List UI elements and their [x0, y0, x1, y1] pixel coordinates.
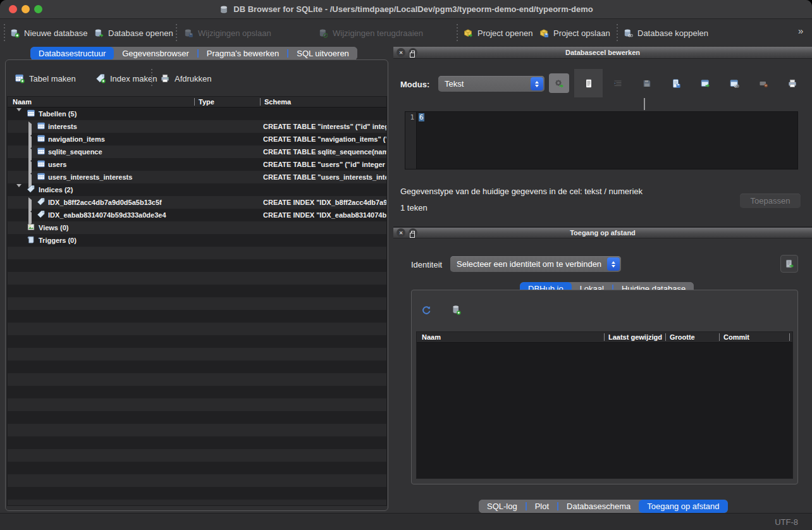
apply-button[interactable]: Toepassen: [740, 194, 801, 208]
column-divider: [260, 98, 261, 106]
tree-row-interests[interactable]: interests CREATE TABLE "interests" ("id"…: [8, 120, 386, 133]
column-divider[interactable]: [719, 333, 720, 341]
toolbar-separator: [617, 24, 618, 42]
import-identity-button[interactable]: [780, 255, 798, 273]
close-dock-icon[interactable]: ✕: [397, 48, 405, 57]
tree-row-users-interests-interests[interactable]: users_interests_interests CREATE TABLE "…: [8, 171, 386, 183]
tree-row-idx-eabab[interactable]: IDX_eabab8314074b59d333a0de3e4 CREATE IN…: [8, 209, 386, 221]
select-stepper-icon: [607, 257, 620, 271]
tab-database-structure[interactable]: Databasestructuur: [30, 47, 114, 60]
new-database-icon: [9, 28, 20, 38]
new-database-button[interactable]: Nieuwe database: [9, 24, 87, 42]
column-header-size[interactable]: Grootte: [670, 333, 695, 341]
tree-item-name: interests: [48, 123, 77, 130]
revert-changes-icon: [318, 28, 328, 38]
revert-changes-button[interactable]: Wijzigingen terugdraaien: [318, 24, 423, 42]
identity-select-value: Selecteer een identiteit om te verbinden: [450, 259, 607, 269]
tree-row-indices[interactable]: Indices (2): [8, 183, 386, 196]
table-icon: [37, 134, 46, 143]
cell-value-editor[interactable]: 1 6: [405, 111, 798, 169]
schema-tree-rows: Tabellen (5) interests CREATE TABLE "int…: [8, 108, 386, 506]
tab-remote[interactable]: Toegang op afstand: [639, 500, 727, 513]
main-tabbar: Databasestructuur Gegevensbrowser Pragma…: [30, 47, 357, 60]
open-external-button[interactable]: [691, 69, 719, 97]
tree-row-idx-b8ff[interactable]: IDX_b8ff2acc4db7a9d0d5a5b13c5f CREATE IN…: [8, 196, 386, 209]
close-window-button[interactable]: [9, 5, 17, 13]
refresh-button[interactable]: [421, 304, 432, 316]
clone-database-button[interactable]: [450, 304, 462, 316]
tab-sql-log[interactable]: SQL-log: [479, 500, 526, 513]
print-label: Afdrukken: [175, 74, 212, 83]
views-icon: [27, 223, 35, 231]
tab-plot[interactable]: Plot: [527, 500, 557, 513]
export-document-icon: [671, 78, 681, 89]
close-dock-icon[interactable]: ✕: [397, 228, 405, 237]
identity-select[interactable]: Selecteer een identiteit om te verbinden: [450, 256, 621, 272]
tab-database-schema[interactable]: Databaseschema: [558, 500, 639, 513]
cell-type-info: Gegevenstype van de huidige gegevens in …: [400, 187, 643, 196]
tree-row-users[interactable]: users CREATE TABLE "users" ("id" integer…: [8, 158, 386, 171]
create-table-button[interactable]: Tabel maken: [15, 70, 76, 87]
tree-item-schema: CREATE TABLE sqlite_sequence(name,se: [263, 145, 387, 158]
save-changes-label: Wijzigingen opslaan: [198, 28, 271, 38]
export-data-button[interactable]: [661, 69, 690, 97]
auto-apply-button[interactable]: [549, 73, 569, 93]
remote-db-table: Naam Laatst gewijzigd Grootte Commit: [416, 331, 793, 479]
open-project-icon: [463, 28, 473, 38]
tab-edit-pragmas[interactable]: Pragma's bewerken: [199, 47, 287, 60]
minimize-window-button[interactable]: [22, 5, 30, 13]
tab-browse-data[interactable]: Gegevensbrowser: [114, 47, 197, 60]
copy-link-button[interactable]: [720, 69, 748, 97]
encoding-indicator[interactable]: UTF-8: [775, 517, 798, 527]
column-header-commit[interactable]: Commit: [723, 333, 749, 341]
toolbar-overflow-button[interactable]: »: [798, 25, 802, 36]
cell-size-info: 1 teken: [400, 203, 428, 213]
open-database-button[interactable]: Database openen: [94, 24, 173, 42]
window-link-icon: [729, 78, 739, 89]
tree-item-name: sqlite_sequence: [48, 148, 102, 156]
set-null-button[interactable]: [749, 69, 777, 97]
float-dock-icon[interactable]: [409, 228, 417, 237]
remote-table-header: Naam Laatst gewijzigd Grootte Commit: [417, 332, 792, 343]
clone-database-icon: [450, 304, 462, 316]
tree-row-views[interactable]: Views (0): [8, 221, 386, 234]
column-header-name[interactable]: Naam: [422, 333, 441, 341]
column-divider[interactable]: [604, 333, 605, 341]
table-icon: [37, 159, 46, 168]
save-project-button[interactable]: Project opslaan: [539, 24, 610, 42]
print-button[interactable]: Afdrukken: [160, 70, 212, 87]
tree-row-navigation-items[interactable]: navigation_items CREATE TABLE "navigatio…: [8, 133, 386, 145]
tree-row-sqlite-sequence[interactable]: sqlite_sequence CREATE TABLE sqlite_sequ…: [8, 145, 386, 158]
column-header-type[interactable]: Type: [199, 98, 214, 106]
save-changes-button[interactable]: Wijzigingen opslaan: [183, 24, 271, 42]
open-project-button[interactable]: Project openen: [463, 24, 532, 42]
tree-row-tables[interactable]: Tabellen (5): [8, 108, 386, 120]
create-table-icon: [15, 73, 25, 83]
mode-select[interactable]: Tekst: [438, 76, 544, 92]
print-cell-button[interactable]: [778, 69, 806, 97]
tab-execute-sql[interactable]: SQL uitvoeren: [288, 47, 357, 60]
open-database-icon: [94, 28, 104, 38]
float-dock-icon[interactable]: [409, 48, 417, 57]
save-changes-icon: [183, 28, 194, 38]
import-identity-icon: [784, 259, 794, 269]
tree-row-triggers[interactable]: Triggers (0): [8, 234, 386, 247]
printer-icon: [787, 78, 797, 89]
zoom-window-button[interactable]: [34, 5, 42, 13]
column-header-modified[interactable]: Laatst gewijzigd: [608, 333, 664, 341]
word-wrap-button[interactable]: [603, 69, 632, 97]
column-header-schema[interactable]: Schema: [264, 98, 291, 106]
create-index-label: Index maken: [110, 74, 157, 83]
column-divider[interactable]: [789, 333, 790, 341]
import-data-button[interactable]: [632, 69, 661, 97]
text-view-button[interactable]: [574, 69, 603, 97]
create-index-button[interactable]: Index maken: [95, 70, 157, 87]
toolbar-drag-handle: [4, 24, 5, 42]
column-divider[interactable]: [665, 333, 666, 341]
attach-database-button[interactable]: Database koppelen: [623, 24, 708, 42]
select-stepper-icon: [531, 77, 543, 90]
tree-item-name: Indices (2): [39, 186, 73, 194]
cell-editor-dock-title: Databasecel bewerken: [565, 49, 640, 56]
import-dropdown-chevron[interactable]: [644, 98, 645, 109]
column-header-name[interactable]: Naam: [13, 98, 32, 106]
